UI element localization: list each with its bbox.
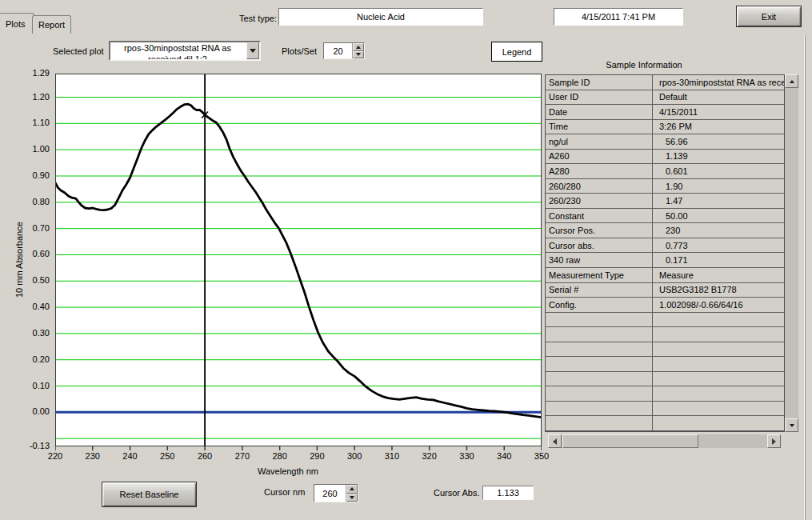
sample-info-row-value <box>653 372 784 387</box>
cursor-nm-spinner[interactable]: 260 <box>314 484 358 502</box>
sample-info-row-value: 230 <box>653 223 784 238</box>
sample-info-row-label: Constant <box>546 209 653 224</box>
selected-plot-text: rpos-30minpoststat RNA as received dil 1… <box>110 42 245 59</box>
sample-info-row-label <box>546 357 653 372</box>
sample-info-row-label: A260 <box>546 150 653 165</box>
x-tick-label: 330 <box>450 451 482 461</box>
y-axis-title: 10 mm Absorbance <box>13 74 26 446</box>
sample-info-row-label: Sample ID <box>546 75 653 90</box>
cursor-nm-spin-down-button[interactable] <box>346 494 358 502</box>
plots-per-set-spin-up-button[interactable] <box>353 43 364 51</box>
sample-info-row-label <box>546 327 653 342</box>
sample-info-title: Sample Information <box>560 60 728 70</box>
sample-info-row-value <box>653 327 784 342</box>
selected-plot-label: Selected plot <box>53 46 104 56</box>
sample-info-row-value: 1.90 <box>653 179 784 194</box>
selected-plot-dropdown-button[interactable] <box>246 42 259 59</box>
x-tick-label: 260 <box>189 451 221 461</box>
legend-button-label: Legend <box>502 47 532 57</box>
scroll-up-button[interactable] <box>785 74 798 88</box>
plots-per-set-value: 20 <box>324 43 352 58</box>
tab-plots[interactable]: Plots <box>0 13 34 34</box>
cursor-nm-value: 260 <box>314 485 346 502</box>
x-tick-label: 270 <box>226 451 258 461</box>
sample-info-row-value <box>653 357 784 372</box>
scroll-right-button[interactable] <box>767 434 781 448</box>
spectrum-plot-area[interactable] <box>55 74 542 451</box>
plots-per-set-spin-down-button[interactable] <box>353 51 364 59</box>
test-type-label: Test type: <box>224 14 277 23</box>
spectrum-chart[interactable] <box>55 74 542 451</box>
sample-info-row-value <box>653 416 784 431</box>
sample-info-row-label <box>546 313 653 328</box>
sample-table-vertical-scrollbar[interactable] <box>785 74 798 432</box>
sample-info-row-label: 340 raw <box>546 253 653 268</box>
sample-info-row-value: 1.139 <box>653 150 784 165</box>
sample-info-row-value: 56.96 <box>653 134 784 150</box>
sample-info-row-value: rpos-30minpoststat RNA as receiv <box>653 75 784 90</box>
cursor-abs-label: Cursor Abs. <box>434 488 479 498</box>
sample-info-row-label: Serial # <box>546 283 653 298</box>
arrow-down-icon <box>350 496 354 499</box>
sample-info-row-value: Measure <box>653 268 784 283</box>
test-type-field[interactable]: Nucleic Acid <box>278 8 483 26</box>
arrow-left-icon <box>553 438 557 445</box>
tab-report-label: Report <box>38 20 65 30</box>
datetime-field: 4/15/2011 7:41 PM <box>554 8 683 26</box>
horizontal-scrollbar-thumb[interactable] <box>562 434 698 448</box>
sample-info-row-value: 3:26 PM <box>653 120 784 135</box>
x-tick-label: 350 <box>526 451 558 461</box>
exit-button[interactable]: Exit <box>736 6 802 27</box>
scroll-down-button[interactable] <box>785 418 798 432</box>
x-tick-label: 280 <box>264 451 296 461</box>
reset-baseline-button[interactable]: Reset Baseline <box>102 482 197 507</box>
tab-plots-label: Plots <box>6 19 25 29</box>
cursor-abs-field: 1.133 <box>482 486 534 500</box>
exit-button-label: Exit <box>762 12 776 22</box>
cursor-nm-spin-up-button[interactable] <box>346 485 358 494</box>
plots-per-set-label: Plots/Set <box>282 46 317 56</box>
sample-info-row-value: 50.00 <box>653 209 784 224</box>
sample-info-row-value: 1.002098/-0.66/64/16 <box>653 298 784 313</box>
selected-plot-line1: rpos-30minpoststat RNA as <box>110 42 245 54</box>
sample-info-row-label <box>546 402 653 417</box>
x-tick-label: 310 <box>376 451 408 461</box>
sample-info-row-value <box>653 386 784 402</box>
sample-info-row-value: 0.171 <box>653 253 784 268</box>
sample-info-row-value <box>653 342 784 358</box>
sample-info-row-value: USB2G3182 B1778 <box>653 283 784 298</box>
selected-plot-dropdown[interactable]: rpos-30minpoststat RNA as received dil 1… <box>109 41 261 61</box>
sample-info-row-label: User ID <box>546 90 653 106</box>
sample-info-row-label: Date <box>546 105 653 120</box>
arrow-up-icon <box>356 46 361 49</box>
cursor-nm-label: Cursor nm <box>264 487 305 497</box>
sample-info-row-label: ng/ul <box>546 134 653 150</box>
sample-info-row-label: Cursor Pos. <box>546 223 653 238</box>
sample-info-row-label: 260/280 <box>546 179 653 194</box>
chevron-down-icon <box>250 49 256 53</box>
datetime-value: 4/15/2011 7:41 PM <box>582 12 655 22</box>
legend-button[interactable]: Legend <box>491 42 542 62</box>
sample-info-row-value: 0.773 <box>653 238 784 254</box>
sample-info-table: Sample IDrpos-30minpoststat RNA as recei… <box>545 74 785 432</box>
sample-info-row-value: 4/15/2011 <box>653 105 784 120</box>
x-tick-label: 300 <box>338 451 370 461</box>
x-axis-title: Wavelength nm <box>208 466 368 476</box>
sample-info-row-label: A280 <box>546 164 653 179</box>
sample-info-row-label <box>546 386 653 402</box>
sample-info-row-value <box>653 313 784 328</box>
sample-info-row-label: Time <box>546 120 653 135</box>
x-tick-label: 250 <box>151 451 183 461</box>
sample-info-row-value: 1.47 <box>653 194 784 209</box>
x-tick-label: 240 <box>114 451 146 461</box>
x-tick-label: 320 <box>414 451 446 461</box>
reset-baseline-label: Reset Baseline <box>120 490 179 499</box>
sample-info-row-label <box>546 416 653 431</box>
plots-per-set-spinner[interactable]: 20 <box>323 42 365 59</box>
nanodrop-window: Plots Report Test type: Nucleic Acid 4/1… <box>0 0 812 520</box>
x-tick-label: 290 <box>301 451 333 461</box>
arrow-up-icon <box>790 80 794 83</box>
tab-report[interactable]: Report <box>32 15 71 34</box>
scroll-left-button[interactable] <box>548 434 562 448</box>
selected-plot-line2: received dil 1:2 <box>110 54 245 59</box>
